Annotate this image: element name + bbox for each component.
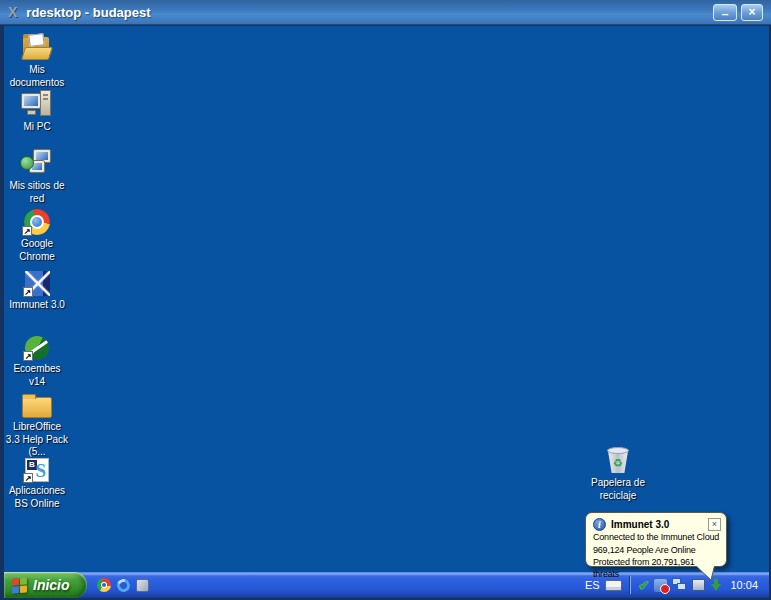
start-button-label: Inicio [33,577,70,593]
network-places-icon [20,149,54,177]
recycle-symbol-icon: ♻ [613,458,623,469]
window-titlebar[interactable]: X rdesktop - budapest – × [0,0,771,25]
shortcut-arrow-icon: ↗ [23,287,33,297]
desktop-icon-label: Immunet 3.0 [9,299,65,312]
start-button[interactable]: Inicio [4,572,87,598]
desktop-icon-ecoembes[interactable]: ↗ Ecoembes v14 [5,330,69,388]
clock[interactable]: 10:04 [730,579,758,591]
shortcut-arrow-icon: ↗ [22,226,32,236]
desktop-icon-google-chrome[interactable]: ↗ Google Chrome [5,205,69,263]
desktop-icon-label: Mis sitios de red [5,180,69,205]
balloon-line: 969,124 People Are Online [593,545,720,557]
desktop-icon-recycle-bin[interactable]: ♻ Papelera de reciclaje [580,444,656,502]
minimize-button[interactable]: – [713,4,737,21]
shortcut-arrow-icon: ↗ [23,351,33,361]
my-documents-icon [20,33,54,61]
quick-launch-bar [97,578,149,592]
language-indicator[interactable]: ES [585,579,600,591]
folder-icon [22,397,52,418]
balloon-title: Immunet 3.0 [611,519,669,530]
balloon-close-icon[interactable]: × [708,518,721,531]
recycle-bin-icon: ♻ [606,446,630,474]
desktop-icon-mis-sitios-de-red[interactable]: Mis sitios de red [5,147,69,205]
my-computer-icon [20,90,54,118]
desktop-icon-label: Ecoembes v14 [5,363,69,388]
bs-letter-s: S [35,459,46,483]
desktop-icon-label: Aplicaciones BS Online [5,485,69,510]
desktop-icon-label: Mis documentos [5,64,69,89]
chrome-quicklaunch-icon[interactable] [97,578,111,592]
balloon-line: Connected to the Immunet Cloud [593,532,720,544]
desktop-icon-mis-documentos[interactable]: Mis documentos [5,31,69,89]
windows-logo-icon [12,577,28,593]
keyboard-icon[interactable] [605,580,622,591]
internet-explorer-icon[interactable] [114,576,131,593]
balloon-tail [693,566,717,581]
info-icon: i [593,518,606,531]
notification-balloon[interactable]: i Immunet 3.0 × Connected to the Immunet… [585,512,727,567]
desktop-icon-immunet[interactable]: ↗ Immunet 3.0 [5,266,69,312]
show-desktop-icon[interactable] [136,579,149,592]
desktop[interactable]: Mis documentos Mi PC Mis sitios de red ↗ [4,26,769,572]
desktop-icon-label: Papelera de reciclaje [580,477,656,502]
window-title: rdesktop - budapest [26,5,150,20]
shortcut-arrow-icon: ↗ [23,473,33,483]
desktop-icon-mi-pc[interactable]: Mi PC [5,88,69,134]
rdesktop-icon: X [8,5,17,19]
close-button[interactable]: × [741,4,763,21]
desktop-icon-libreoffice-help-pack[interactable]: LibreOffice 3.3 Help Pack (5... [5,388,69,459]
desktop-icon-label: Google Chrome [5,238,69,263]
desktop-icon-label: Mi PC [23,121,50,134]
desktop-icon-aplicaciones-bs[interactable]: B S ↗ Aplicaciones BS Online [5,452,69,510]
rdesktop-window: X rdesktop - budapest – × Mis documentos… [0,0,771,600]
